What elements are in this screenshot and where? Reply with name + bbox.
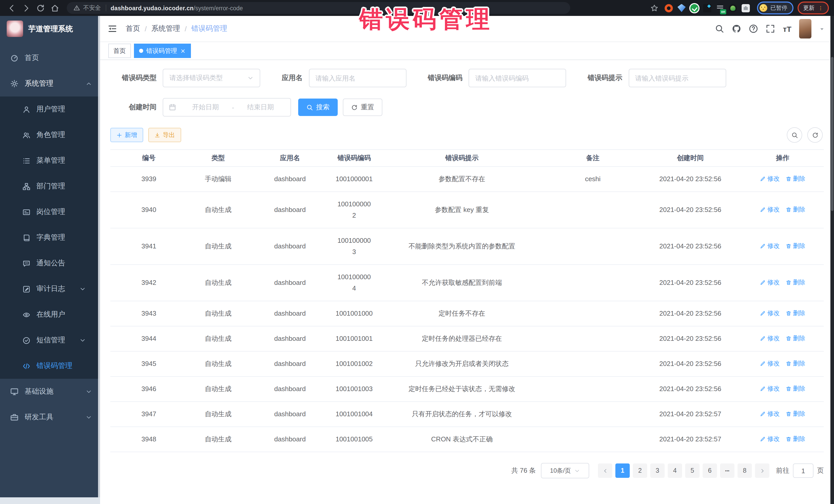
error-msg-input[interactable] xyxy=(629,69,726,87)
home-icon[interactable] xyxy=(50,3,60,13)
edit-action[interactable]: 修改 xyxy=(760,409,780,419)
user-avatar[interactable] xyxy=(799,19,811,39)
delete-action[interactable]: 删除 xyxy=(786,434,805,444)
edit-action[interactable]: 修改 xyxy=(760,384,780,394)
page-button-8[interactable]: 8 xyxy=(738,463,752,478)
add-button[interactable]: 新增 xyxy=(110,128,143,142)
extension-icon-1[interactable] xyxy=(665,4,673,12)
sidebar-scrollbar[interactable] xyxy=(98,16,100,497)
github-icon[interactable] xyxy=(732,24,741,34)
page-button-2[interactable]: 2 xyxy=(633,463,647,478)
delete-action[interactable]: 删除 xyxy=(786,333,805,344)
edit-action[interactable]: 修改 xyxy=(760,174,780,184)
breadcrumb-item-error-code[interactable]: 错误码管理 xyxy=(192,24,227,34)
browser-update-button[interactable]: 更新 xyxy=(797,2,829,14)
sidebar-item-dept[interactable]: 部门管理 xyxy=(0,174,100,199)
delete-action[interactable]: 删除 xyxy=(786,409,805,419)
cell-app: dashboard xyxy=(249,401,331,427)
app-logo[interactable]: 芋道管理系统 xyxy=(0,16,100,42)
fullscreen-icon[interactable] xyxy=(766,24,775,34)
page-size-select[interactable]: 10条/页 xyxy=(541,463,589,478)
tag-home[interactable]: 首页 xyxy=(108,44,131,58)
avatar-caret-icon[interactable] xyxy=(819,26,825,31)
sidebar-collapse-icon[interactable] xyxy=(108,24,117,34)
reload-icon[interactable] xyxy=(36,3,45,13)
sidebar-item-role[interactable]: 角色管理 xyxy=(0,122,100,148)
extension-icon-2[interactable] xyxy=(678,4,686,12)
edit-action[interactable]: 修改 xyxy=(760,278,780,288)
window-scrollbar[interactable] xyxy=(830,16,834,504)
error-code-input[interactable] xyxy=(468,69,566,87)
sidebar-item-dev-tools[interactable]: 研发工具 xyxy=(0,404,100,430)
extension-icon-4[interactable] xyxy=(703,4,711,12)
sidebar-item-system[interactable]: 系统管理 xyxy=(0,71,100,96)
error-type-select[interactable]: 请选择错误码类型 xyxy=(163,69,260,87)
edit-action[interactable]: 修改 xyxy=(760,204,780,215)
breadcrumb-separator: / xyxy=(145,25,147,33)
sidebar-item-post[interactable]: 岗位管理 xyxy=(0,199,100,225)
extension-icon-7[interactable] xyxy=(742,4,750,12)
page-button-1[interactable]: 1 xyxy=(615,463,630,478)
address-bar[interactable]: 不安全 dashboard.yudao.iocoder.cn/system/er… xyxy=(67,2,570,14)
extension-icon-3[interactable] xyxy=(690,4,699,12)
show-search-button[interactable] xyxy=(787,127,802,143)
help-icon[interactable] xyxy=(749,24,758,34)
sidebar-item-notice[interactable]: 通知公告 xyxy=(0,250,100,276)
delete-action[interactable]: 删除 xyxy=(786,384,805,394)
sidebar-item-error-code[interactable]: 错误码管理 xyxy=(0,353,100,379)
sidebar-item-online-user[interactable]: 在线用户 xyxy=(0,302,100,327)
bookmark-star-icon[interactable] xyxy=(650,4,658,12)
sidebar-item-menu[interactable]: 菜单管理 xyxy=(0,148,100,174)
edit-action[interactable]: 修改 xyxy=(760,241,780,251)
cell-id: 3947 xyxy=(110,401,187,427)
delete-action[interactable]: 删除 xyxy=(786,204,805,215)
page-button-6[interactable]: 6 xyxy=(703,463,717,478)
sidebar-item-audit-log[interactable]: 审计日志 xyxy=(0,276,100,302)
delete-action-label: 删除 xyxy=(793,358,805,369)
export-button[interactable]: 导出 xyxy=(148,128,181,142)
edit-action[interactable]: 修改 xyxy=(760,308,780,319)
edit-action[interactable]: 修改 xyxy=(760,434,780,444)
delete-action[interactable]: 删除 xyxy=(786,241,805,251)
browser-menu-icon[interactable] xyxy=(818,5,823,11)
scrollbar-thumb[interactable] xyxy=(831,57,833,211)
extension-icon-5[interactable]: on xyxy=(716,4,724,12)
sidebar-item-home[interactable]: 首页 xyxy=(0,45,100,71)
edit-action[interactable]: 修改 xyxy=(760,358,780,369)
delete-action[interactable]: 删除 xyxy=(786,308,805,319)
goto-page-input[interactable] xyxy=(793,463,813,478)
breadcrumb-item-system[interactable]: 系统管理 xyxy=(151,24,180,34)
page-button-3[interactable]: 3 xyxy=(650,463,665,478)
edit-action[interactable]: 修改 xyxy=(760,333,780,344)
cell-memo: ceshi xyxy=(547,167,639,192)
font-size-icon[interactable]: тT xyxy=(783,25,791,32)
sidebar-item-infra[interactable]: 基础设施 xyxy=(0,379,100,404)
page-button-4[interactable]: 4 xyxy=(668,463,682,478)
refresh-table-button[interactable] xyxy=(807,127,823,143)
tree-icon xyxy=(23,182,30,190)
page-button-5[interactable]: 5 xyxy=(685,463,700,478)
app-name-input[interactable] xyxy=(309,69,406,87)
delete-action[interactable]: 删除 xyxy=(786,174,805,184)
search-icon[interactable] xyxy=(715,24,724,34)
sidebar-item-sms[interactable]: 短信管理 xyxy=(0,327,100,353)
sidebar-item-dict[interactable]: 字典管理 xyxy=(0,225,100,250)
extension-icon-6[interactable] xyxy=(729,4,737,12)
back-icon[interactable] xyxy=(7,3,17,13)
pagination-total: 共 76 条 xyxy=(511,466,536,475)
tag-error-code[interactable]: 错误码管理 xyxy=(134,44,191,58)
forward-icon[interactable] xyxy=(22,3,31,13)
delete-action[interactable]: 删除 xyxy=(786,278,805,288)
next-page-button[interactable] xyxy=(755,463,769,478)
delete-action[interactable]: 删除 xyxy=(786,358,805,369)
cell-app: dashboard xyxy=(249,265,331,301)
breadcrumb-item-home[interactable]: 首页 xyxy=(126,24,140,34)
profile-paused-badge[interactable]: 已暂停 xyxy=(757,2,793,14)
date-range-input[interactable]: 开始日期 - 结束日期 xyxy=(163,98,291,116)
search-button[interactable]: 搜索 xyxy=(298,98,338,116)
more-pages-button[interactable]: ••• xyxy=(720,463,734,478)
reset-button[interactable]: 重置 xyxy=(343,98,382,116)
prev-page-button[interactable] xyxy=(598,463,612,478)
sidebar-item-user[interactable]: 用户管理 xyxy=(0,96,100,122)
cell-type: 手动编辑 xyxy=(187,167,249,192)
